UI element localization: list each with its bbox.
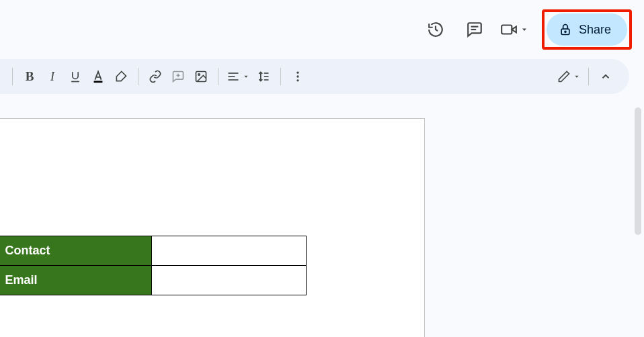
comment-icon	[466, 21, 483, 38]
share-button[interactable]: Share	[547, 13, 627, 46]
add-comment-icon	[171, 70, 185, 83]
more-vert-icon	[291, 70, 305, 83]
separator	[280, 68, 281, 85]
comments-button[interactable]	[458, 13, 491, 46]
document-canvas[interactable]: Contact Email	[0, 107, 624, 337]
pencil-icon	[557, 70, 571, 83]
svg-point-12	[198, 74, 200, 76]
svg-point-23	[296, 79, 298, 81]
separator	[12, 68, 13, 85]
scrollbar-thumb[interactable]	[635, 107, 641, 235]
table-value-cell[interactable]	[151, 266, 306, 295]
formatting-toolbar: B I	[0, 59, 629, 94]
document-page[interactable]: Contact Email	[0, 118, 425, 337]
table-row[interactable]: Contact	[0, 236, 306, 266]
info-table[interactable]: Contact Email	[0, 236, 307, 295]
table-row[interactable]: Email	[0, 266, 306, 295]
add-comment-button[interactable]	[167, 65, 190, 88]
table-header-cell[interactable]: Email	[0, 266, 151, 295]
history-icon	[427, 21, 444, 38]
chevron-up-icon	[600, 70, 612, 83]
text-color-button[interactable]	[87, 65, 110, 88]
caret-down-icon	[573, 73, 580, 80]
table-value-cell[interactable]	[151, 236, 306, 266]
svg-point-22	[296, 75, 298, 77]
link-icon	[149, 70, 162, 83]
highlighter-icon	[114, 70, 128, 83]
svg-rect-2	[501, 26, 512, 34]
svg-marker-16	[245, 76, 248, 78]
lock-icon	[559, 23, 572, 36]
svg-marker-4	[522, 29, 526, 32]
caret-down-icon	[243, 73, 249, 80]
separator	[138, 68, 138, 85]
caret-down-icon	[520, 26, 528, 34]
highlight-button[interactable]	[110, 65, 132, 88]
underline-icon	[69, 70, 82, 83]
header-bar: Share	[0, 0, 644, 59]
share-label: Share	[579, 23, 611, 37]
text-color-icon	[91, 69, 106, 84]
svg-marker-24	[575, 76, 579, 78]
more-button[interactable]	[286, 65, 309, 88]
video-icon	[500, 21, 518, 38]
meet-dropdown[interactable]	[497, 13, 531, 46]
insert-link-button[interactable]	[144, 65, 167, 88]
bold-button[interactable]: B	[18, 65, 41, 88]
vertical-scrollbar[interactable]	[633, 107, 643, 336]
svg-point-6	[565, 31, 566, 32]
italic-button[interactable]: I	[41, 65, 64, 88]
separator	[588, 68, 589, 85]
line-spacing-button[interactable]	[252, 65, 275, 88]
share-highlight: Share	[542, 9, 632, 50]
separator	[218, 68, 218, 85]
svg-rect-8	[94, 81, 103, 83]
align-left-icon	[227, 70, 240, 83]
svg-point-21	[296, 72, 298, 74]
align-dropdown[interactable]	[224, 70, 252, 83]
insert-image-button[interactable]	[190, 65, 212, 88]
history-button[interactable]	[419, 13, 452, 46]
line-spacing-icon	[257, 70, 270, 83]
image-icon	[194, 70, 208, 83]
table-header-cell[interactable]: Contact	[0, 236, 151, 266]
underline-button[interactable]	[64, 65, 87, 88]
editing-mode-dropdown[interactable]	[555, 70, 583, 83]
collapse-toolbar-button[interactable]	[594, 65, 617, 88]
